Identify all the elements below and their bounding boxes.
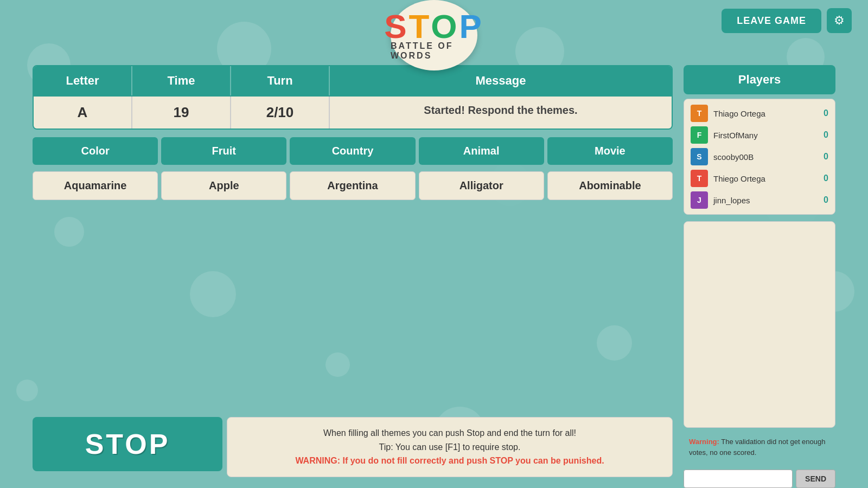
- theme-country-value: Argentina: [290, 171, 415, 200]
- player-score-3: 0: [824, 174, 828, 183]
- stats-header-row: Letter Time Turn Message: [34, 66, 672, 95]
- info-box: When filling all themes you can push Sto…: [227, 417, 673, 477]
- player-score-2: 0: [824, 152, 828, 162]
- turn-header: Turn: [231, 66, 330, 95]
- player-avatar-2: S: [691, 148, 708, 165]
- player-row: J jinn_lopes 0: [691, 191, 828, 209]
- message-header: Message: [330, 66, 672, 95]
- info-line2: Tip: You can use [F1] to require stop.: [379, 440, 521, 454]
- player-avatar-0: T: [691, 105, 708, 122]
- info-line1: When filling all themes you can push Sto…: [323, 426, 576, 440]
- players-panel: Players T Thiago Ortega 0 F FirstOfMany …: [684, 65, 835, 488]
- theme-fruit-header: Fruit: [161, 137, 286, 165]
- spacer: [33, 204, 673, 413]
- logo-title: STOP: [384, 10, 484, 43]
- player-row: F FirstOfMany 0: [691, 126, 828, 144]
- player-name-0: Thiago Ortega: [713, 109, 818, 118]
- logo-p: P: [459, 8, 484, 45]
- player-avatar-3: T: [691, 170, 708, 187]
- turn-value: 2/10: [231, 97, 330, 129]
- player-row: T Thiego Ortega 0: [691, 170, 828, 187]
- logo-t: T: [409, 8, 431, 45]
- message-value: Started! Respond the themes.: [330, 97, 672, 129]
- logo-s: S: [384, 8, 409, 45]
- player-name-1: FirstOfMany: [713, 131, 818, 140]
- chat-input-row: SEND: [684, 470, 835, 488]
- theme-animal-value: Alligator: [419, 171, 544, 200]
- chat-area: [684, 221, 835, 428]
- info-warning: WARNING: If you do not fill correctly an…: [295, 454, 604, 468]
- theme-color-header: Color: [33, 137, 158, 165]
- stats-container: Letter Time Turn Message A 19 2/10 Start…: [33, 65, 673, 130]
- logo-subtitle: BATTLE OF WORDS: [391, 41, 477, 61]
- content-area: Letter Time Turn Message A 19 2/10 Start…: [0, 65, 868, 488]
- leave-game-button[interactable]: LEAVE GAME: [722, 9, 821, 33]
- chat-input[interactable]: [684, 470, 793, 488]
- letter-value: A: [34, 97, 132, 129]
- player-score-0: 0: [824, 108, 828, 118]
- time-value: 19: [132, 97, 231, 129]
- player-avatar-1: F: [691, 126, 708, 144]
- players-list: T Thiago Ortega 0 F FirstOfMany 0 S scoo…: [684, 99, 835, 215]
- player-row: S scooby00B 0: [691, 148, 828, 165]
- main-wrapper: STOP BATTLE OF WORDS LEAVE GAME ⚙ Letter…: [0, 0, 868, 488]
- logo-container: STOP BATTLE OF WORDS: [391, 0, 477, 70]
- player-score-4: 0: [824, 195, 828, 205]
- player-name-2: scooby00B: [713, 152, 818, 162]
- bottom-section: STOP When filling all themes you can pus…: [33, 417, 673, 488]
- send-button[interactable]: SEND: [796, 470, 835, 488]
- top-right-controls: LEAVE GAME ⚙: [722, 8, 852, 33]
- player-name-3: Thiego Ortega: [713, 174, 818, 183]
- time-header: Time: [132, 66, 231, 95]
- warning-area: Warning: The validation did not get enou…: [684, 432, 835, 462]
- theme-color-value: Aquamarine: [33, 171, 158, 200]
- player-row: T Thiago Ortega 0: [691, 105, 828, 122]
- theme-headers: Color Fruit Country Animal Movie: [33, 137, 673, 165]
- player-name-4: jinn_lopes: [713, 196, 818, 205]
- header: STOP BATTLE OF WORDS LEAVE GAME ⚙: [0, 0, 868, 65]
- logo-o: O: [431, 8, 459, 45]
- gear-icon: ⚙: [834, 14, 845, 28]
- theme-movie-header: Movie: [547, 137, 673, 165]
- theme-values: Aquamarine Apple Argentina Alligator Abo…: [33, 171, 673, 200]
- game-panel: Letter Time Turn Message A 19 2/10 Start…: [33, 65, 673, 488]
- player-avatar-4: J: [691, 191, 708, 209]
- stats-value-row: A 19 2/10 Started! Respond the themes.: [34, 95, 672, 129]
- theme-movie-value: Abominable: [547, 171, 673, 200]
- theme-animal-header: Animal: [419, 137, 544, 165]
- player-score-1: 0: [824, 130, 828, 140]
- players-header: Players: [684, 65, 835, 94]
- theme-fruit-value: Apple: [161, 171, 286, 200]
- warning-label: Warning:: [689, 438, 719, 446]
- stop-button[interactable]: STOP: [33, 417, 222, 471]
- gear-button[interactable]: ⚙: [827, 8, 852, 33]
- theme-country-header: Country: [290, 137, 415, 165]
- letter-header: Letter: [34, 66, 132, 95]
